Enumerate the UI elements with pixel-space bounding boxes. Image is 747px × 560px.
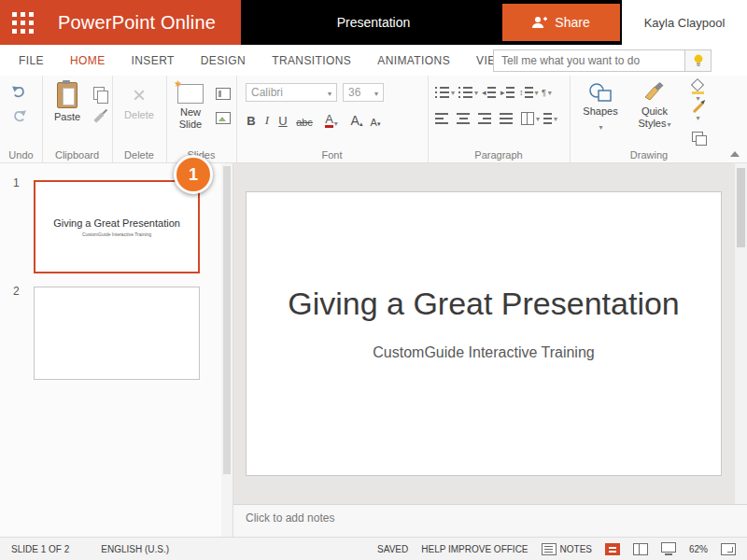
redo-button[interactable]: [11, 109, 27, 126]
collapse-ribbon-button[interactable]: [730, 151, 740, 157]
font-color-button[interactable]: A: [320, 109, 343, 130]
slide-1-thumbnail[interactable]: Giving a Great Presentation CustomGuide …: [34, 180, 200, 273]
app-title: PowerPoint Online: [58, 0, 216, 45]
ribbon-group-drawing: Shapes Quick Styles Drawing: [570, 76, 728, 162]
increase-indent-icon: [506, 87, 514, 98]
bullets-button[interactable]: [435, 85, 455, 100]
font-size-combobox[interactable]: 36: [343, 83, 384, 102]
zoom-level-button[interactable]: 62%: [689, 544, 708, 554]
normal-view-button[interactable]: [605, 543, 620, 555]
copy-button[interactable]: [89, 83, 109, 104]
tell-me-lightbulb-button[interactable]: [685, 49, 712, 72]
help-improve-office-link[interactable]: HELP IMPROVE OFFICE: [421, 544, 528, 554]
shapes-button[interactable]: Shapes: [577, 82, 624, 132]
justify-button[interactable]: [500, 111, 513, 126]
group-label-clipboard: Clipboard: [42, 149, 112, 161]
format-painter-button[interactable]: [89, 107, 109, 128]
notes-icon: [542, 543, 557, 555]
slide-layout-button[interactable]: [213, 83, 233, 104]
tab-home[interactable]: HOME: [57, 45, 119, 76]
group-label-paragraph: Paragraph: [428, 149, 570, 161]
increase-indent-button[interactable]: ▸: [500, 85, 514, 100]
slide-count-indicator: SLIDE 1 OF 2: [11, 544, 69, 554]
undo-button[interactable]: [11, 85, 27, 102]
delete-button-label: Delete: [124, 109, 154, 121]
user-account-button[interactable]: Kayla Claypool: [622, 0, 747, 45]
panel-scrollbar-thumb[interactable]: [223, 166, 231, 474]
new-slide-icon: ★: [177, 84, 204, 104]
line-spacing-icon: [525, 87, 533, 98]
app-launcher-button[interactable]: [0, 0, 45, 45]
canvas-scrollbar-thumb[interactable]: [737, 168, 745, 247]
align-right-button[interactable]: [478, 111, 491, 126]
align-left-button[interactable]: [435, 111, 448, 126]
panel-scrollbar[interactable]: [221, 163, 233, 537]
slideshow-monitor-icon: [661, 542, 676, 553]
quick-styles-button-label: Quick Styles: [636, 105, 673, 129]
document-title[interactable]: Presentation: [316, 0, 431, 45]
slide-editing-surface[interactable]: Giving a Great Presentation CustomGuide …: [246, 191, 722, 476]
columns-button[interactable]: [521, 111, 540, 126]
shape-outline-icon: [692, 102, 702, 112]
bold-button[interactable]: B: [244, 109, 259, 130]
slide-2-thumbnail[interactable]: [34, 287, 200, 380]
new-slide-button[interactable]: ★ New Slide: [170, 84, 211, 130]
arrange-button[interactable]: [687, 126, 708, 147]
italic-button[interactable]: I: [261, 109, 274, 130]
user-name: Kayla Claypool: [644, 16, 726, 30]
ribbon-group-clipboard: Paste Clipboard: [42, 76, 113, 162]
grow-font-button[interactable]: A: [348, 109, 365, 130]
align-center-button[interactable]: [457, 111, 470, 126]
share-button[interactable]: Share: [502, 4, 620, 41]
tab-file[interactable]: FILE: [6, 45, 57, 76]
notes-toggle-label: NOTES: [560, 544, 592, 554]
shrink-font-button[interactable]: A: [367, 109, 384, 130]
numbering-button[interactable]: [458, 85, 478, 100]
status-bar-right: SAVED HELP IMPROVE OFFICE NOTES 62%: [377, 542, 736, 555]
language-button[interactable]: ENGLISH (U.S.): [101, 544, 169, 554]
paste-button[interactable]: Paste: [48, 82, 87, 123]
ribbon-group-paragraph: ◂ ▸ ↕ ¶ Paragraph: [428, 76, 571, 162]
underline-button[interactable]: U: [275, 109, 290, 130]
reading-view-button[interactable]: [633, 543, 648, 555]
tell-me-input[interactable]: [493, 49, 685, 72]
strikethrough-button[interactable]: abc: [292, 109, 317, 130]
saved-indicator: SAVED: [377, 544, 408, 554]
align-text-button[interactable]: [543, 111, 557, 126]
tell-me-box: [493, 49, 712, 72]
format-painter-icon: [93, 112, 104, 122]
reset-slide-button[interactable]: [213, 107, 233, 128]
text-direction-button[interactable]: ¶: [542, 85, 552, 100]
tab-transitions[interactable]: TRANSITIONS: [259, 45, 364, 76]
paste-clipboard-icon: [57, 82, 78, 108]
font-name-combobox[interactable]: Calibri: [246, 83, 337, 102]
numbering-icon: [458, 87, 472, 98]
tab-animations[interactable]: ANIMATIONS: [364, 45, 463, 76]
tab-insert[interactable]: INSERT: [119, 45, 188, 76]
delete-x-icon: ×: [133, 84, 146, 106]
callout-number: 1: [189, 165, 198, 185]
align-right-icon: [478, 113, 491, 124]
line-spacing-button[interactable]: ↕: [519, 85, 539, 100]
canvas-scrollbar[interactable]: [735, 163, 747, 504]
group-label-delete: Delete: [112, 149, 166, 161]
slide-2-number: 2: [13, 285, 20, 298]
slide-1-thumbnail-subtitle: CustomGuide Interactive Training: [82, 231, 151, 237]
tab-design[interactable]: DESIGN: [188, 45, 259, 76]
shape-fill-button[interactable]: [687, 80, 708, 101]
delete-button[interactable]: × Delete: [119, 84, 160, 121]
quick-styles-button[interactable]: Quick Styles: [629, 82, 680, 129]
columns-icon: [521, 112, 534, 125]
notes-pane[interactable]: Click to add notes: [233, 504, 747, 537]
shape-outline-button[interactable]: [687, 104, 708, 124]
slideshow-view-button[interactable]: [661, 542, 676, 555]
decrease-indent-button[interactable]: ◂: [482, 85, 496, 100]
share-person-icon: [532, 16, 547, 29]
slide-subtitle-textbox[interactable]: CustomGuide Interactive Training: [247, 344, 721, 361]
slide-title-textbox[interactable]: Giving a Great Presentation: [247, 286, 721, 322]
shapes-icon: [588, 82, 613, 103]
fit-to-window-button[interactable]: [721, 543, 736, 555]
font-name-dropdown-icon: [327, 86, 331, 99]
notes-toggle-button[interactable]: NOTES: [542, 543, 592, 555]
align-center-icon: [457, 113, 470, 124]
